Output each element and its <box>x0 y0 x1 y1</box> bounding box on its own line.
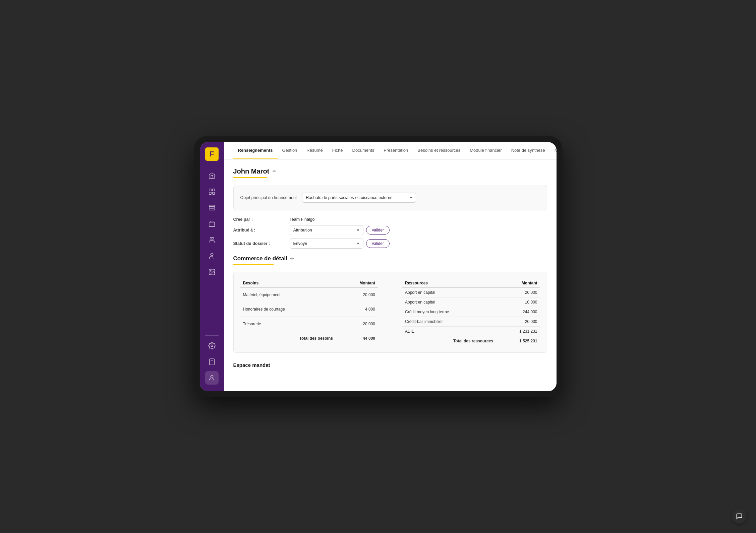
person-name: John Marot <box>233 168 270 175</box>
financement-select[interactable]: Rachats de parts sociales / croissance e… <box>302 193 416 203</box>
tab-besoins[interactable]: Besoins et ressources <box>413 142 465 159</box>
svg-rect-3 <box>212 192 214 194</box>
besoins-montant-header: Montant <box>336 279 378 288</box>
ressources-montant-header: Montant <box>496 279 540 288</box>
tab-fiche[interactable]: Fiche <box>328 142 348 159</box>
besoins-total-row: Total des besoins 44 000 <box>240 331 378 346</box>
ressources-total-label: Total des ressources <box>402 336 496 346</box>
sidebar-item-list[interactable] <box>205 201 219 214</box>
chat-button[interactable] <box>732 509 747 524</box>
svg-point-13 <box>211 253 213 255</box>
device-screen: F <box>200 142 557 391</box>
top-navigation: Renseignements Gestion Résumé Fiche Docu… <box>224 142 557 159</box>
sidebar-item-building[interactable] <box>205 217 219 230</box>
tables-container: Besoins Montant Matériel, équipement 20 … <box>233 272 547 353</box>
besoins-total-label: Total des besoins <box>240 331 336 346</box>
tables-divider <box>390 279 390 346</box>
espace-mandat: Espace mandat <box>233 359 547 371</box>
svg-rect-1 <box>212 189 214 191</box>
cree-par-value: Team Finalgo <box>290 217 315 222</box>
statut-select[interactable]: Envoyé <box>290 239 363 249</box>
ressources-row-3-label: Crédit moyen long terme <box>402 307 496 317</box>
financement-section: Objet principal du financement Rachats d… <box>233 185 547 210</box>
financement-select-wrapper: Rachats de parts sociales / croissance e… <box>302 193 416 203</box>
tab-module[interactable]: Module financier <box>465 142 506 159</box>
app-logo: F <box>205 147 219 161</box>
sidebar-item-image[interactable] <box>205 265 219 279</box>
table-row: Crédit moyen long terme 244 000 <box>402 307 540 317</box>
sidebar-item-group[interactable] <box>205 233 219 247</box>
svg-rect-17 <box>209 358 214 364</box>
sidebar-item-settings[interactable] <box>205 339 219 352</box>
tab-renseignements[interactable]: Renseignements <box>233 142 278 159</box>
person-edit-icon[interactable]: ✏ <box>273 169 277 174</box>
tab-gestion[interactable]: Gestion <box>278 142 302 159</box>
svg-rect-2 <box>209 192 211 194</box>
sidebar-divider <box>205 335 219 336</box>
ressources-row-1-montant: 20 000 <box>496 287 540 297</box>
table-row: Apport en capital 20 000 <box>402 287 540 297</box>
main-content: Renseignements Gestion Résumé Fiche Docu… <box>224 142 557 391</box>
commerce-title-row: Commerce de détail ✏ <box>233 255 547 262</box>
svg-rect-5 <box>209 207 215 208</box>
tab-note[interactable]: Note de synthèse <box>507 142 550 159</box>
table-row: Trésorerie 20 000 <box>240 317 378 331</box>
svg-point-11 <box>210 237 212 239</box>
ressources-row-5-label: ADIE <box>402 326 496 336</box>
besoins-row-2-montant: 4 000 <box>336 302 378 317</box>
besoins-total-value: 44 000 <box>336 331 378 346</box>
commerce-title: Commerce de détail <box>233 255 288 262</box>
ressources-row-3-montant: 244 000 <box>496 307 540 317</box>
attribue-select-wrapper: Attribution ▼ <box>290 225 363 235</box>
svg-rect-6 <box>209 209 215 210</box>
commerce-underline <box>233 264 274 265</box>
besoins-col-header: Besoins <box>240 279 336 288</box>
sidebar-item-user-profile[interactable] <box>205 371 219 385</box>
attribue-label: Attribué à : <box>233 228 287 232</box>
statut-valider-button[interactable]: Valider <box>366 239 390 248</box>
statut-label: Statut du dossier : <box>233 241 287 246</box>
tab-demandes[interactable]: Mes demandes <box>550 142 557 159</box>
sidebar-item-home[interactable] <box>205 169 219 182</box>
table-row: Honoraires de courtage 4 000 <box>240 302 378 317</box>
ressources-total-value: 1 525 231 <box>496 336 540 346</box>
cree-par-label: Créé par : <box>233 217 287 222</box>
commerce-edit-icon[interactable]: ✏ <box>290 256 294 261</box>
person-header: John Marot ✏ <box>233 168 547 175</box>
attribue-select[interactable]: Attribution <box>290 225 363 235</box>
attribue-row: Attribué à : Attribution ▼ Valider <box>233 225 547 235</box>
attribue-valider-button[interactable]: Valider <box>366 226 390 235</box>
ressources-col-header: Ressources <box>402 279 496 288</box>
ressources-row-5-montant: 1 231 231 <box>496 326 540 336</box>
sidebar-item-grid[interactable] <box>205 185 219 198</box>
table-row: Matériel, équipement 20 000 <box>240 287 378 302</box>
sidebar: F <box>200 142 224 391</box>
ressources-row-4-label: Crédit-bail immobilier <box>402 317 496 326</box>
tab-resume[interactable]: Résumé <box>302 142 327 159</box>
info-section: Créé par : Team Finalgo Attribué à : Att… <box>233 217 547 249</box>
financement-label: Objet principal du financement <box>240 195 297 200</box>
ressources-total-row: Total des ressources 1 525 231 <box>402 336 540 346</box>
svg-point-15 <box>210 270 211 271</box>
ressources-row-1-label: Apport en capital <box>402 287 496 297</box>
ressources-table: Ressources Montant Apport en capital 20 … <box>402 279 540 346</box>
ressources-row-2-label: Apport en capital <box>402 297 496 307</box>
tab-presentation[interactable]: Présentation <box>379 142 413 159</box>
besoins-row-1-montant: 20 000 <box>336 287 378 302</box>
ressources-row-2-montant: 10 000 <box>496 297 540 307</box>
sidebar-item-person[interactable] <box>205 249 219 263</box>
svg-point-16 <box>211 345 213 347</box>
table-row: ADIE 1 231 231 <box>402 326 540 336</box>
cree-par-row: Créé par : Team Finalgo <box>233 217 547 222</box>
sidebar-item-calculator[interactable] <box>205 355 219 369</box>
table-row: Apport en capital 10 000 <box>402 297 540 307</box>
besoins-table: Besoins Montant Matériel, équipement 20 … <box>240 279 378 346</box>
svg-rect-4 <box>209 205 215 206</box>
besoins-row-3-montant: 20 000 <box>336 317 378 331</box>
financement-row: Objet principal du financement Rachats d… <box>240 191 540 205</box>
device-frame: F <box>194 136 563 397</box>
content-area: John Marot ✏ Objet principal du financem… <box>224 159 557 391</box>
statut-row: Statut du dossier : Envoyé ▼ Valider <box>233 239 547 249</box>
tab-documents[interactable]: Documents <box>348 142 379 159</box>
svg-point-12 <box>212 237 214 239</box>
